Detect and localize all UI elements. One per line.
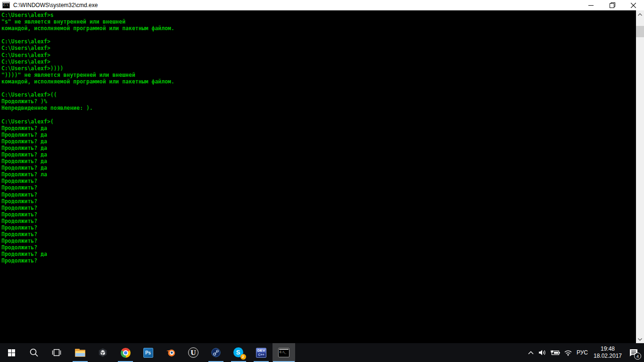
battery-charging-icon [551,350,560,355]
tray-language[interactable]: РУС [574,343,590,362]
search-icon [29,348,39,357]
console-line: C:\Users\alexf> [1,58,636,65]
console-line: Продолжить? [1,178,636,184]
console-output: C:\Users\alexf>s"s" не является внутренн… [0,10,636,343]
console-line [1,32,636,38]
console-line: Продолжить? [1,198,636,205]
console-line: C:\Users\alexf>(( [1,91,636,98]
console-line: Продолжить? да [1,158,636,165]
console-line: Продолжить? да [1,251,636,257]
console-line: Продолжить? )% [1,98,636,105]
close-button[interactable] [623,0,644,10]
console-line: C:\Users\alexf> [1,45,636,51]
console-line: Продолжить? [1,184,636,191]
console-line: C:\Users\alexf> [1,52,636,58]
window-title: C:\WINDOWS\system32\cmd.exe [13,2,98,8]
console-line: Продолжить? [1,218,636,224]
window-titlebar: C:\ C:\WINDOWS\system32\cmd.exe [0,0,644,10]
photoshop-icon: Ps [143,348,153,358]
console-line: командой, исполняемой программой или пак… [1,78,636,85]
taskbar-blender[interactable] [159,343,182,362]
taskbar-start[interactable] [0,343,23,362]
console-line: Продолжить? да [1,125,636,132]
taskbar-chrome[interactable] [114,343,137,362]
tray-clock[interactable]: 19:48 18.02.2017 [590,343,625,362]
tray-volume[interactable] [537,343,549,362]
blender-icon [165,347,176,358]
console-line: Продолжить? да [1,132,636,138]
volume-icon [538,349,547,356]
taskbar: Ps U [0,343,644,362]
taskbar-dev-cpp[interactable]: DEV C++ [250,343,272,362]
console-line: Продолжить? да [1,151,636,158]
skype-badge: 2 [240,354,246,360]
wifi-icon [564,350,572,356]
unity-icon [98,347,108,358]
restore-button[interactable] [602,0,623,10]
tray-chevron[interactable] [525,343,537,362]
console-line: C:\Users\alexf> [1,38,636,45]
minimize-button[interactable] [580,0,602,10]
chrome-icon [121,348,131,358]
console-line: Продолжить? ла [1,171,636,178]
tray-time: 19:48 [594,346,622,353]
unreal-engine-icon: U [188,347,198,358]
console-line: C:\Users\alexf>)))) [1,65,636,72]
console-line: "s" не является внутренней или внешней [1,18,636,25]
taskbar-file-explorer[interactable] [69,343,91,362]
console-line: Продолжить? да [1,165,636,171]
console-line: Продолжить? [1,224,636,231]
task-view-icon [51,349,62,356]
console-line: C:\Users\alexf>( [1,118,636,125]
taskbar-photoshop[interactable]: Ps [137,343,159,362]
tray-date: 18.02.2017 [594,353,622,360]
system-tray: РУС 19:48 18.02.2017 4 [525,343,644,362]
taskbar-unreal-engine[interactable]: U [182,343,205,362]
console-line: Продолжить? [1,205,636,211]
scroll-down-arrow[interactable] [636,335,644,343]
file-explorer-icon [75,349,85,357]
console-line: C:\Users\alexf>s [1,12,636,18]
console-line: "))))" не является внутренней или внешне… [1,72,636,78]
taskbar-unity[interactable] [91,343,114,362]
taskbar-steam[interactable] [205,343,227,362]
tray-battery[interactable] [549,343,562,362]
taskbar-skype[interactable]: S 2 [227,343,250,362]
notification-count-badge: 4 [634,353,641,360]
console-line: Продолжить? [1,238,636,244]
console-scrollbar[interactable] [636,10,644,343]
console-line [1,85,636,91]
taskbar-cmd[interactable]: C:\_ [272,343,295,362]
taskbar-task-view[interactable] [45,343,68,362]
cmd-icon: C:\_ [278,348,289,357]
steam-icon [211,347,221,358]
dev-cpp-icon: DEV C++ [256,348,266,358]
console-line: Продолжить? [1,211,636,218]
console-line: Продолжить? [1,257,636,264]
console-line: Продолжить? да [1,138,636,145]
cmd-window-icon: C:\ [2,2,10,8]
desktop-screen: C:\ C:\WINDOWS\system32\cmd.exe C:\Users… [0,0,644,362]
scroll-up-arrow[interactable] [636,10,644,18]
chevron-up-icon [528,351,534,354]
console-line: Продолжить? [1,191,636,198]
skype-icon: S 2 [233,347,244,358]
scrollbar-thumb[interactable] [636,26,644,37]
console-line: командой, исполняемой программой или пак… [1,25,636,32]
windows-logo-icon [8,349,15,356]
console-line [1,111,636,118]
console-line: Непредвиденное появление: ). [1,105,636,111]
console-line: Продолжить? [1,231,636,238]
tray-action-center[interactable]: 4 [625,343,642,362]
console-line: Продолжить? [1,244,636,251]
tray-wifi[interactable] [562,343,574,362]
taskbar-search[interactable] [23,343,45,362]
console-line: Продолжить? да [1,145,636,151]
